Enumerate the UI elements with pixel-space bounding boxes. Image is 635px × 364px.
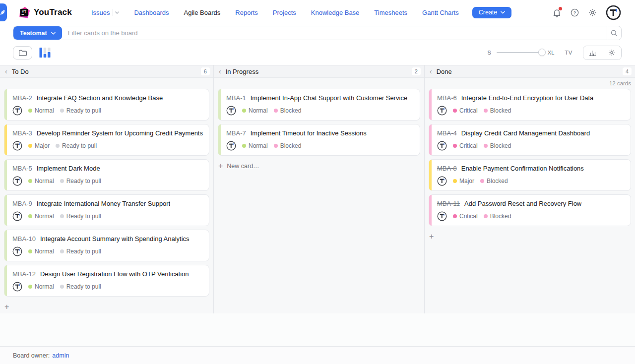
nav-timesheets[interactable]: Timesheets	[367, 6, 415, 19]
create-button[interactable]: Create	[472, 7, 512, 18]
issue-title[interactable]: Design User Registration Flow with OTP V…	[40, 270, 189, 278]
card-size-slider[interactable]	[497, 49, 542, 57]
issue-id[interactable]: MBA-10	[12, 235, 36, 243]
state-badge[interactable]: Ready to pull	[60, 178, 101, 184]
priority-badge[interactable]: Major	[453, 178, 474, 184]
assignee-avatar[interactable]	[226, 106, 236, 116]
nav-reports[interactable]: Reports	[228, 6, 265, 19]
priority-badge[interactable]: Normal	[28, 283, 54, 290]
card-mba-6[interactable]: MBA-6 Integrate End-to-End Encryption fo…	[429, 89, 631, 121]
board-chart-button[interactable]	[583, 46, 602, 60]
assignee-avatar[interactable]	[437, 106, 447, 116]
priority-badge[interactable]: Normal	[28, 213, 54, 220]
state-badge[interactable]: Blocked	[274, 107, 302, 114]
collapse-column-icon[interactable]: ‹	[430, 68, 432, 75]
card-mba-7[interactable]: MBA-7 Implement Timeout for Inactive Ses…	[218, 124, 420, 156]
issue-title[interactable]: Display Credit Card Management Dashboard	[461, 129, 590, 137]
board-columns-toggle[interactable]	[39, 47, 51, 58]
card-mba-5[interactable]: MBA-5 Implement Dark Mode Normal Ready t…	[4, 159, 209, 191]
issue-title[interactable]: Integrate Account Summary with Spending …	[40, 235, 190, 243]
issue-title[interactable]: Integrate International Money Transfer S…	[37, 200, 171, 207]
card-mba-12[interactable]: MBA-12 Design User Registration Flow wit…	[4, 265, 209, 297]
column-header[interactable]: ‹ To Do 6	[0, 65, 213, 78]
nav-knowledge-base[interactable]: Knowledge Base	[304, 6, 367, 19]
issue-id[interactable]: MBA-8	[437, 165, 457, 172]
state-badge[interactable]: Ready to pull	[60, 283, 101, 290]
issue-id[interactable]: MBA-7	[226, 129, 246, 137]
collapse-column-icon[interactable]: ‹	[219, 68, 221, 75]
assignee-avatar[interactable]	[12, 106, 22, 116]
assignee-avatar[interactable]	[12, 176, 22, 186]
state-badge[interactable]: Blocked	[274, 142, 302, 149]
notifications-button[interactable]	[552, 8, 562, 17]
assignee-avatar[interactable]	[12, 246, 22, 256]
column-header[interactable]: ‹ Done 4	[425, 65, 635, 78]
assignee-avatar[interactable]	[437, 141, 447, 151]
priority-badge[interactable]: Major	[28, 142, 50, 149]
issue-id[interactable]: MBA-2	[12, 94, 32, 102]
card-mba-9[interactable]: MBA-9 Integrate International Money Tran…	[4, 194, 209, 226]
board-owner-link[interactable]: admin	[52, 352, 69, 359]
issue-title[interactable]: Integrate FAQ Section and Knowledge Base	[37, 94, 163, 102]
issue-id[interactable]: MBA-9	[12, 200, 32, 207]
card-mba-3[interactable]: MBA-3 Develop Reminder System for Upcomi…	[4, 124, 209, 156]
nav-dashboards[interactable]: Dashboards	[127, 6, 176, 19]
issue-id[interactable]: MBA-6	[437, 94, 457, 102]
issue-id[interactable]: MBA-3	[12, 129, 32, 137]
add-card-button[interactable]: + New card…	[214, 159, 424, 170]
state-badge[interactable]: Ready to pull	[56, 142, 97, 149]
assignee-avatar[interactable]	[12, 211, 22, 221]
sidebar-flap[interactable]	[0, 3, 7, 21]
priority-badge[interactable]: Normal	[28, 178, 54, 184]
issue-id[interactable]: MBA-11	[437, 200, 460, 207]
user-avatar[interactable]	[606, 5, 621, 20]
card-mba-4[interactable]: MBA-4 Display Credit Card Management Das…	[429, 124, 631, 156]
nav-issues[interactable]: Issues	[84, 6, 127, 19]
state-badge[interactable]: Ready to pull	[60, 107, 101, 114]
card-mba-2[interactable]: MBA-2 Integrate FAQ Section and Knowledg…	[4, 89, 209, 121]
youtrack-logo[interactable]: YT YouTrack	[18, 6, 72, 19]
card-mba-11[interactable]: MBA-11 Add Password Reset and Recovery F…	[429, 194, 631, 226]
card-mba-8[interactable]: MBA-8 Enable Payment Confirmation Notifi…	[429, 159, 631, 191]
assignee-avatar[interactable]	[437, 176, 447, 186]
state-badge[interactable]: Ready to pull	[60, 248, 101, 255]
slider-knob[interactable]	[538, 49, 546, 56]
backlog-button[interactable]	[13, 46, 32, 60]
nav-gantt-charts[interactable]: Gantt Charts	[415, 6, 466, 19]
priority-badge[interactable]: Critical	[453, 107, 478, 114]
issue-title[interactable]: Implement In-App Chat Support with Custo…	[251, 94, 407, 102]
collapse-column-icon[interactable]: ‹	[5, 68, 7, 75]
issue-id[interactable]: MBA-12	[12, 270, 36, 278]
issue-title[interactable]: Enable Payment Confirmation Notification…	[461, 165, 584, 172]
issue-title[interactable]: Add Password Reset and Recovery Flow	[464, 200, 581, 207]
assignee-avatar[interactable]	[12, 141, 22, 151]
priority-badge[interactable]: Normal	[242, 107, 268, 114]
nav-agile-boards[interactable]: Agile Boards	[177, 6, 228, 19]
state-badge[interactable]: Ready to pull	[60, 213, 101, 220]
tv-mode-button[interactable]: TV	[565, 50, 572, 56]
assignee-avatar[interactable]	[226, 141, 236, 151]
help-button[interactable]: ?	[570, 8, 579, 17]
issue-title[interactable]: Develop Reminder System for Upcoming Cre…	[37, 129, 203, 137]
card-mba-1[interactable]: MBA-1 Implement In-App Chat Support with…	[218, 89, 420, 121]
nav-dropdown[interactable]	[113, 9, 119, 16]
priority-badge[interactable]: Normal	[242, 142, 268, 149]
project-selector-button[interactable]: Testomat	[13, 26, 62, 40]
filter-input[interactable]	[62, 26, 607, 40]
add-card-button[interactable]: +	[0, 300, 213, 311]
assignee-avatar[interactable]	[437, 211, 447, 221]
priority-badge[interactable]: Critical	[453, 213, 478, 220]
priority-badge[interactable]: Normal	[28, 248, 54, 255]
settings-button[interactable]	[588, 8, 597, 17]
search-button[interactable]	[607, 26, 621, 40]
assignee-avatar[interactable]	[12, 282, 22, 292]
state-badge[interactable]: Blocked	[484, 213, 511, 220]
column-header[interactable]: ‹ In Progress 2	[214, 65, 424, 78]
state-badge[interactable]: Blocked	[484, 142, 511, 149]
priority-badge[interactable]: Critical	[453, 142, 478, 149]
state-badge[interactable]: Blocked	[484, 107, 511, 114]
issue-title[interactable]: Integrate End-to-End Encryption for User…	[461, 94, 594, 102]
board-settings-button[interactable]	[602, 46, 621, 60]
issue-title[interactable]: Implement Timeout for Inactive Sessions	[251, 129, 367, 137]
issue-id[interactable]: MBA-4	[437, 129, 457, 137]
